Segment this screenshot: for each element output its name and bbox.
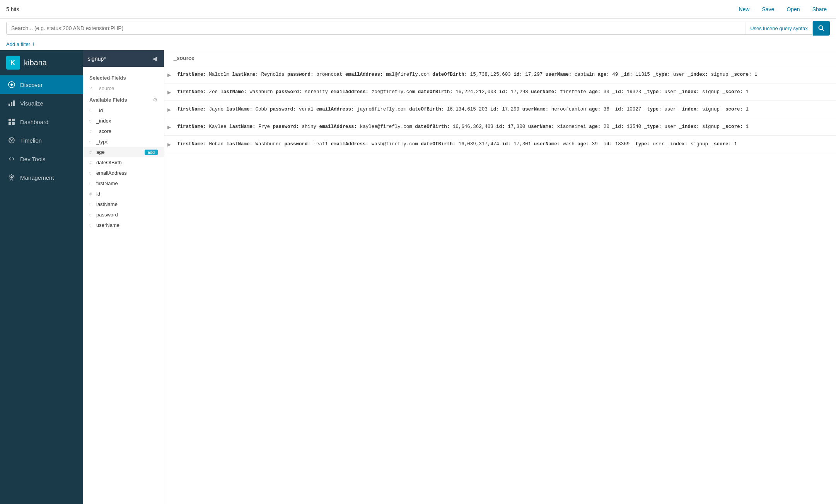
sidebar-item-discover-label: Discover	[20, 82, 43, 88]
field-key: emailAddress:	[345, 72, 383, 77]
field-name-lastname: lastName	[96, 201, 158, 207]
field-item-username[interactable]: t userName	[83, 220, 164, 230]
add-age-button[interactable]: add	[145, 150, 158, 155]
field-value: 1	[751, 72, 757, 77]
field-item-password[interactable]: t password	[83, 209, 164, 220]
sidebar-item-visualize[interactable]: Visualize	[0, 94, 83, 112]
field-item-age[interactable]: # age add	[83, 147, 164, 157]
svg-rect-6	[9, 104, 10, 106]
field-item-lastname[interactable]: t lastName	[83, 199, 164, 209]
field-item-index[interactable]: t _index	[83, 116, 164, 126]
sidebar-item-timelion-label: Timelion	[20, 137, 42, 144]
field-key: _index:	[679, 124, 700, 129]
sidebar-item-devtools[interactable]: Dev Tools	[0, 150, 83, 168]
new-button[interactable]: New	[735, 5, 752, 14]
expand-row-button[interactable]: ▶	[164, 124, 174, 131]
field-item-score[interactable]: # _score	[83, 126, 164, 136]
field-value: user	[650, 141, 667, 147]
field-name-firstname: firstName	[96, 180, 158, 186]
source-field-name: _source	[96, 85, 158, 91]
field-value: 19323	[624, 89, 644, 95]
field-key: age:	[577, 141, 589, 147]
fields-gear-icon[interactable]: ⚙	[153, 97, 158, 103]
hits-count: 5 hits	[6, 6, 735, 12]
field-key: _score:	[722, 89, 743, 95]
filter-bar: Add a filter +	[0, 38, 836, 50]
field-value: Jayne	[206, 107, 227, 112]
search-input[interactable]	[7, 22, 745, 34]
result-content: firstName: Hoban lastName: Washburne pas…	[177, 140, 830, 148]
share-button[interactable]: Share	[809, 5, 830, 14]
kibana-logo-icon: K	[6, 56, 20, 70]
field-type-index: t	[89, 119, 93, 123]
field-panel: signup* ◀ Selected Fields ? _source Avai…	[83, 50, 164, 504]
field-value: mal@firefly.com	[383, 72, 433, 77]
search-icon	[818, 25, 824, 31]
field-key: firstName:	[177, 107, 206, 112]
field-name-numid: id	[96, 191, 158, 197]
field-value: 1	[743, 107, 749, 112]
field-item-type[interactable]: t _type	[83, 136, 164, 147]
collapse-panel-button[interactable]: ◀	[150, 54, 159, 63]
field-key: password:	[287, 72, 314, 77]
save-button[interactable]: Save	[759, 5, 777, 14]
field-key: _score:	[731, 72, 752, 77]
field-value: 18369	[612, 141, 633, 147]
field-key: firstName:	[177, 89, 206, 95]
field-name-score: _score	[96, 128, 158, 134]
add-filter-button[interactable]: Add a filter +	[6, 41, 36, 48]
field-value: 15,738,125,603	[467, 72, 514, 77]
field-key: userName:	[528, 124, 554, 129]
field-value: captain	[572, 72, 598, 77]
field-name-index: _index	[96, 118, 158, 124]
top-bar: 5 hits New Save Open Share	[0, 0, 836, 19]
expand-row-button[interactable]: ▶	[164, 106, 174, 113]
field-key: _index:	[679, 89, 700, 95]
field-key: _id:	[621, 72, 633, 77]
field-key: _id:	[612, 107, 624, 112]
table-row: ▶firstName: Kaylee lastName: Frye passwo…	[164, 118, 836, 136]
field-value: 10027	[624, 107, 644, 112]
source-field-type: ?	[89, 86, 93, 91]
field-item-email[interactable]: t emailAddress	[83, 168, 164, 178]
field-key: emailAddress:	[331, 141, 369, 147]
svg-point-5	[10, 83, 13, 86]
sidebar-item-dashboard[interactable]: Dashboard	[0, 112, 83, 131]
field-key: dateOfBirth:	[432, 72, 467, 77]
field-key: age:	[598, 72, 609, 77]
result-content: firstName: Malcolm lastName: Reynolds pa…	[177, 71, 830, 78]
field-type-type: t	[89, 140, 93, 144]
sidebar-item-management-label: Management	[20, 174, 54, 181]
field-key: emailAddress:	[316, 107, 354, 112]
field-value: Kaylee	[206, 124, 229, 129]
svg-point-14	[10, 176, 13, 179]
expand-row-button[interactable]: ▶	[164, 89, 174, 96]
sidebar-item-discover[interactable]: Discover	[0, 75, 83, 94]
field-key: dateOfBirth:	[415, 124, 450, 129]
sidebar-item-management[interactable]: Management	[0, 168, 83, 187]
table-row: ▶firstName: Malcolm lastName: Reynolds p…	[164, 66, 836, 83]
sidebar-item-timelion[interactable]: Timelion	[0, 131, 83, 150]
field-value: signup	[699, 89, 722, 95]
field-key: dateOfBirth:	[409, 107, 444, 112]
sidebar-nav: Discover Visualize	[0, 75, 83, 187]
expand-row-button[interactable]: ▶	[164, 141, 174, 148]
field-value: 17,301	[511, 141, 534, 147]
field-value: zoe@firefly.com	[369, 89, 418, 95]
field-item-firstname[interactable]: t firstName	[83, 178, 164, 189]
search-button[interactable]	[813, 21, 830, 36]
field-key: emailAddress:	[319, 124, 357, 129]
svg-line-1	[822, 29, 824, 31]
table-row: ▶firstName: Jayne lastName: Cobb passwor…	[164, 101, 836, 118]
field-key: password:	[276, 89, 302, 95]
selected-field-source[interactable]: ? _source	[83, 83, 164, 94]
field-item-id[interactable]: t _id	[83, 105, 164, 116]
expand-row-button[interactable]: ▶	[164, 72, 174, 78]
field-value: Reynolds	[258, 72, 287, 77]
field-value: Frye	[256, 124, 273, 129]
available-fields-title: Available Fields	[89, 97, 127, 103]
field-item-numid[interactable]: # id	[83, 189, 164, 199]
field-item-dob[interactable]: # dateOfBirth	[83, 157, 164, 168]
field-key: _type:	[653, 72, 670, 77]
open-button[interactable]: Open	[783, 5, 803, 14]
